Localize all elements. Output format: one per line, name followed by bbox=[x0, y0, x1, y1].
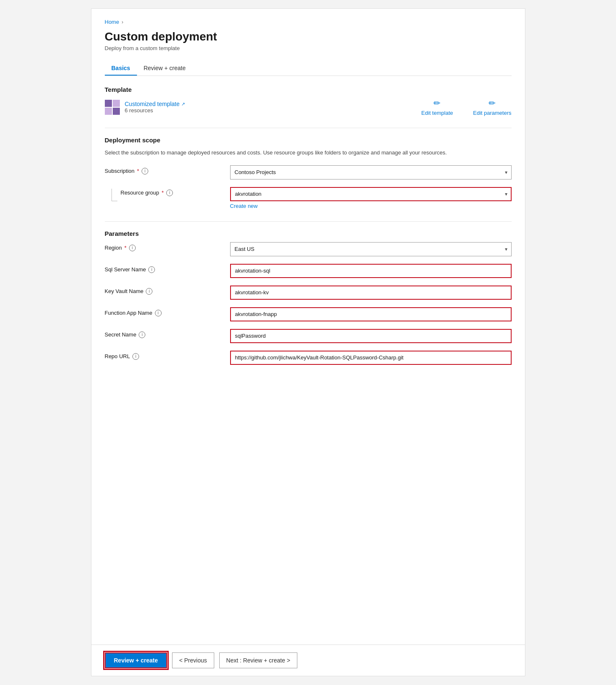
parameters-section: Parameters Region * i East US ▾ bbox=[105, 230, 512, 365]
region-select[interactable]: East US bbox=[230, 242, 512, 256]
template-icon-cell-4 bbox=[113, 108, 120, 115]
deployment-scope-title: Deployment scope bbox=[105, 136, 512, 144]
repo-url-label: Repo URL i bbox=[105, 351, 230, 360]
subscription-label: Subscription * i bbox=[105, 165, 230, 174]
template-text-block: Customized template ↗ 6 resources bbox=[125, 101, 185, 114]
repo-url-label-text: Repo URL bbox=[105, 353, 130, 359]
breadcrumb-separator: › bbox=[122, 19, 123, 25]
resource-group-label-text: Resource group bbox=[121, 190, 160, 196]
template-name-link[interactable]: Customized template ↗ bbox=[125, 101, 185, 107]
key-vault-name-input[interactable] bbox=[230, 286, 512, 300]
subscription-info-icon[interactable]: i bbox=[142, 168, 148, 174]
create-new-link[interactable]: Create new bbox=[230, 203, 258, 209]
previous-button[interactable]: < Previous bbox=[172, 652, 214, 668]
subscription-required: * bbox=[137, 168, 139, 174]
repo-url-row: Repo URL i bbox=[105, 351, 512, 365]
template-info: Customized template ↗ 6 resources bbox=[105, 100, 185, 115]
sql-server-name-label-text: Sql Server Name bbox=[105, 266, 146, 273]
template-icon-cell-2 bbox=[113, 100, 120, 107]
sql-server-name-info-icon[interactable]: i bbox=[148, 266, 155, 273]
next-button[interactable]: Next : Review + create > bbox=[219, 652, 297, 668]
secret-name-input[interactable] bbox=[230, 329, 512, 343]
edit-template-icon: ✏ bbox=[433, 98, 441, 108]
edit-parameters-label: Edit parameters bbox=[473, 110, 512, 116]
region-label: Region * i bbox=[105, 242, 230, 251]
key-vault-name-row: Key Vault Name i bbox=[105, 286, 512, 300]
key-vault-name-info-icon[interactable]: i bbox=[146, 288, 152, 295]
repo-url-input[interactable] bbox=[230, 351, 512, 365]
tab-basics[interactable]: Basics bbox=[105, 61, 137, 76]
resource-group-row: Resource group * i akvrotation ▾ Create … bbox=[105, 187, 512, 210]
sql-server-name-input[interactable] bbox=[230, 264, 512, 278]
parameters-section-title: Parameters bbox=[105, 230, 512, 237]
divider-1 bbox=[105, 128, 512, 128]
breadcrumb-home[interactable]: Home bbox=[105, 19, 119, 25]
edit-parameters-button[interactable]: ✏ Edit parameters bbox=[473, 98, 512, 116]
footer: Review + create < Previous Next : Review… bbox=[91, 645, 525, 676]
edit-parameters-icon: ✏ bbox=[489, 98, 496, 108]
template-icon-cell-1 bbox=[105, 100, 112, 107]
subscription-control: Contoso Projects ▾ bbox=[230, 165, 512, 179]
template-icon bbox=[105, 100, 120, 115]
subscription-select[interactable]: Contoso Projects bbox=[230, 165, 512, 179]
resource-group-info-icon[interactable]: i bbox=[166, 190, 173, 196]
repo-url-control bbox=[230, 351, 512, 365]
deployment-scope-section: Deployment scope Select the subscription… bbox=[105, 136, 512, 210]
resource-group-control: akvrotation ▾ Create new bbox=[230, 187, 512, 210]
page-container: Home › Custom deployment Deploy from a c… bbox=[91, 8, 525, 676]
function-app-name-label: Function App Name i bbox=[105, 307, 230, 316]
resource-group-label: Resource group * i bbox=[121, 187, 173, 196]
key-vault-name-control bbox=[230, 286, 512, 300]
secret-name-label-text: Secret Name bbox=[105, 331, 137, 338]
secret-name-info-icon[interactable]: i bbox=[139, 331, 145, 338]
review-create-button[interactable]: Review + create bbox=[105, 652, 167, 668]
function-app-name-row: Function App Name i bbox=[105, 307, 512, 321]
sql-server-name-row: Sql Server Name i bbox=[105, 264, 512, 278]
function-app-name-info-icon[interactable]: i bbox=[155, 310, 162, 316]
sql-server-name-control bbox=[230, 264, 512, 278]
edit-template-label: Edit template bbox=[421, 110, 453, 116]
region-row: Region * i East US ▾ bbox=[105, 242, 512, 256]
subscription-row: Subscription * i Contoso Projects ▾ bbox=[105, 165, 512, 179]
main-content: Home › Custom deployment Deploy from a c… bbox=[91, 9, 525, 645]
template-section: Customized template ↗ 6 resources ✏ Edit… bbox=[105, 98, 512, 116]
region-control: East US ▾ bbox=[230, 242, 512, 256]
resource-group-select[interactable]: akvrotation bbox=[230, 187, 512, 201]
repo-url-info-icon[interactable]: i bbox=[132, 353, 139, 360]
template-actions: ✏ Edit template ✏ Edit parameters bbox=[421, 98, 512, 116]
sql-server-name-label: Sql Server Name i bbox=[105, 264, 230, 273]
function-app-name-control bbox=[230, 307, 512, 321]
key-vault-name-label-text: Key Vault Name bbox=[105, 288, 144, 294]
subscription-select-wrapper: Contoso Projects ▾ bbox=[230, 165, 512, 179]
external-link-icon: ↗ bbox=[181, 101, 185, 107]
secret-name-control bbox=[230, 329, 512, 343]
region-select-wrapper: East US ▾ bbox=[230, 242, 512, 256]
deployment-scope-desc: Select the subscription to manage deploy… bbox=[105, 149, 512, 157]
template-section-title: Template bbox=[105, 86, 512, 93]
region-info-icon[interactable]: i bbox=[129, 245, 136, 251]
page-subtitle: Deploy from a custom template bbox=[105, 45, 512, 51]
breadcrumb: Home › bbox=[105, 19, 512, 25]
page-title: Custom deployment bbox=[105, 30, 512, 43]
subscription-label-text: Subscription bbox=[105, 168, 135, 174]
template-name-text: Customized template bbox=[125, 101, 180, 107]
template-resources: 6 resources bbox=[125, 107, 185, 114]
region-required: * bbox=[124, 245, 127, 251]
region-label-text: Region bbox=[105, 245, 122, 251]
resource-group-select-wrapper: akvrotation ▾ bbox=[230, 187, 512, 201]
resource-group-required: * bbox=[162, 190, 164, 196]
secret-name-label: Secret Name i bbox=[105, 329, 230, 338]
tab-review-create[interactable]: Review + create bbox=[137, 61, 193, 76]
resource-group-label-area: Resource group * i bbox=[105, 187, 230, 201]
secret-name-row: Secret Name i bbox=[105, 329, 512, 343]
function-app-name-input[interactable] bbox=[230, 307, 512, 321]
function-app-name-label-text: Function App Name bbox=[105, 310, 152, 316]
edit-template-button[interactable]: ✏ Edit template bbox=[421, 98, 453, 116]
template-icon-cell-3 bbox=[105, 108, 112, 115]
key-vault-name-label: Key Vault Name i bbox=[105, 286, 230, 295]
tabs: Basics Review + create bbox=[105, 61, 512, 76]
divider-2 bbox=[105, 221, 512, 222]
